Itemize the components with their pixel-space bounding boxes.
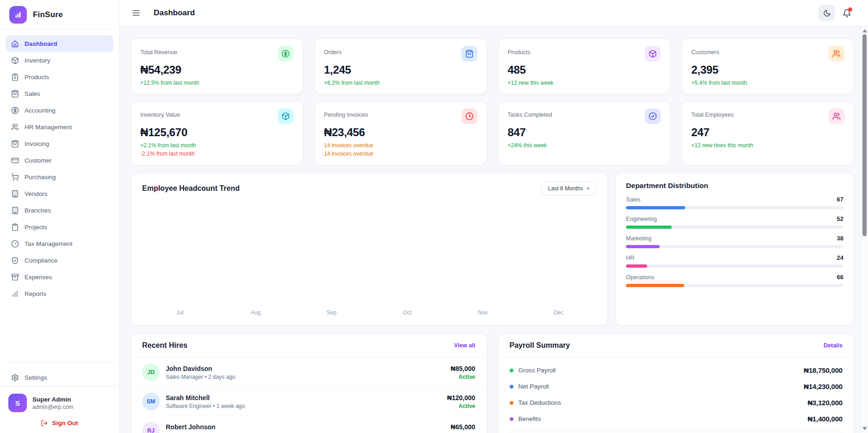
- sidebar-item-reports[interactable]: Reports: [6, 285, 113, 302]
- package-icon: [645, 46, 661, 62]
- department-name: Engineering: [626, 216, 657, 222]
- sidebar-item-label: Reports: [25, 290, 46, 297]
- department-bar-track: [626, 264, 843, 268]
- chevron-down-icon: ▼: [586, 187, 590, 191]
- department-name: Operations: [626, 274, 654, 281]
- scrollbar-down-arrow[interactable]: [862, 427, 867, 430]
- payroll-row-net-payroll: Net Payroll₦14,230,000: [499, 378, 854, 395]
- scrollbar-thumb[interactable]: [862, 34, 867, 236]
- department-row-operations: Operations66: [626, 274, 843, 287]
- hire-status-badge: Active: [447, 403, 475, 409]
- stat-subtext: +12 new hires this month: [691, 142, 844, 149]
- sidebar: FinSure DashboardInventoryProductsSalesA…: [0, 0, 119, 433]
- month-tick: Nov: [445, 309, 521, 316]
- page-title: Dashboard: [154, 8, 195, 18]
- chart-title: Employee Headcount Trend: [142, 184, 240, 193]
- dark-mode-toggle[interactable]: [818, 5, 835, 21]
- sidebar-item-customer[interactable]: Customer: [6, 152, 113, 169]
- clipboard-list-icon: [11, 73, 19, 81]
- stat-card-tasks-completed: Tasks Completed847+24% this week: [498, 101, 671, 165]
- stat-label: Tasks Completed: [508, 108, 552, 118]
- credit-card-icon: [11, 157, 19, 164]
- menu-icon[interactable]: [131, 8, 141, 18]
- bottom-row: Recent Hires View all JDJohn DavidsonSal…: [131, 333, 854, 433]
- shield-check-icon: [11, 257, 19, 264]
- sidebar-item-inventory[interactable]: Inventory: [6, 52, 113, 69]
- sidebar-item-vendors[interactable]: Vendors: [6, 185, 113, 202]
- stat-label: Customers: [691, 46, 719, 56]
- department-list: Sales67Engineering52Marketing38HR24Opera…: [626, 196, 843, 287]
- legend-dot-icon: [510, 401, 513, 405]
- department-count: 66: [837, 274, 843, 281]
- hire-row-sarah-mitchell[interactable]: SMSarah MitchellSoftware Engineer • 1 we…: [131, 387, 487, 416]
- sidebar-item-label: Branches: [25, 207, 51, 214]
- department-row-engineering: Engineering52: [626, 215, 843, 229]
- sidebar-item-settings[interactable]: Settings: [6, 369, 113, 386]
- gauge-icon: [11, 240, 19, 248]
- department-bar-track: [626, 206, 843, 209]
- sign-out-label: Sign Out: [52, 420, 78, 427]
- sidebar-item-hr-management[interactable]: HR Management: [6, 119, 113, 135]
- notification-dot: [848, 7, 852, 12]
- sidebar-item-branches[interactable]: Branches: [6, 202, 113, 219]
- hire-name: Robert Johnson: [166, 423, 252, 431]
- recent-hires-list: JDJohn DavidsonSales Manager • 2 days ag…: [131, 358, 487, 433]
- hire-row-john-davidson[interactable]: JDJohn DavidsonSales Manager • 2 days ag…: [131, 358, 487, 387]
- scrollbar-up-arrow[interactable]: [862, 29, 867, 32]
- payroll-value: ₦3,120,000: [807, 399, 843, 407]
- hire-salary: ₦120,000: [447, 394, 475, 402]
- chart-range-select[interactable]: Last 6 Months ▼: [542, 182, 596, 195]
- details-link[interactable]: Details: [824, 342, 843, 349]
- sidebar-item-compliance[interactable]: Compliance: [6, 252, 113, 269]
- stat-label: Total Employees: [691, 108, 734, 118]
- sign-out-button[interactable]: Sign Out: [8, 420, 111, 427]
- payroll-row-benefits: Benefits₦1,400,000: [499, 411, 854, 427]
- department-bar-fill: [626, 226, 672, 229]
- sidebar-item-label: Sales: [25, 90, 40, 97]
- sidebar-item-expenses[interactable]: Expenses: [6, 269, 113, 285]
- recent-hires-title: Recent Hires: [142, 341, 187, 350]
- department-distribution-card: Department Distribution Sales67Engineeri…: [615, 173, 854, 326]
- stat-subtext: +24% this week: [508, 142, 661, 149]
- sidebar-item-products[interactable]: Products: [6, 69, 113, 85]
- top-header: Dashboard: [119, 0, 868, 26]
- headcount-trend-card: Employee Headcount Trend Last 6 Months ▼…: [131, 173, 608, 326]
- payroll-row-tax-deductions: Tax Deductions₦3,120,000: [499, 395, 854, 411]
- sidebar-item-label: Customer: [25, 157, 52, 164]
- hire-salary: ₦65,000: [451, 423, 475, 431]
- building-icon: [11, 207, 19, 214]
- dollar-circle-icon: [278, 46, 293, 62]
- stats-grid: Total Revenue₦54,239+12.5% from last mon…: [131, 38, 854, 165]
- stat-card-orders: Orders1,245+8.2% from last month: [314, 38, 487, 94]
- sidebar-item-dashboard[interactable]: Dashboard: [6, 35, 113, 52]
- department-count: 52: [837, 215, 843, 222]
- sidebar-item-label: Invoicing: [25, 140, 49, 147]
- chart-range-label: Last 6 Months: [548, 185, 583, 192]
- sidebar-item-purchasing[interactable]: Purchasing: [6, 169, 113, 185]
- stat-subtext: +12.5% from last month: [140, 80, 293, 86]
- department-bar-track: [626, 245, 843, 248]
- view-all-link[interactable]: View all: [454, 342, 475, 349]
- payroll-value: ₦14,230,000: [804, 383, 843, 390]
- payroll-value: ₦18,750,000: [804, 366, 843, 374]
- stat-subtext: +2.1% from last month: [140, 142, 293, 149]
- user-row[interactable]: S Super Admin admin@erp.com: [8, 394, 111, 412]
- sidebar-item-accounting[interactable]: Accounting: [6, 102, 113, 119]
- payroll-value: ₦1,400,000: [807, 415, 843, 423]
- stat-card-inventory-value: Inventory Value₦125,670+2.1% from last m…: [131, 101, 303, 165]
- sidebar-settings-group: Settings: [0, 356, 119, 386]
- stat-value: ₦54,239: [140, 63, 293, 76]
- sidebar-item-tax-management[interactable]: Tax Management: [6, 235, 113, 252]
- notifications-button[interactable]: [843, 9, 851, 18]
- gear-icon: [11, 374, 19, 382]
- stat-card-customers: Customers2,395+5.4% from last month: [681, 38, 854, 94]
- hire-row-robert-johnson[interactable]: RJRobert JohnsonMarketing Specialist • 2…: [131, 416, 487, 433]
- avatar: RJ: [142, 422, 160, 433]
- stat-label: Orders: [324, 46, 342, 56]
- stat-subtext: -2.1% from last month: [140, 151, 293, 157]
- hire-name: John Davidson: [166, 365, 235, 372]
- sidebar-item-invoicing[interactable]: Invoicing: [6, 135, 113, 152]
- sidebar-item-sales[interactable]: Sales: [6, 85, 113, 102]
- sidebar-item-projects[interactable]: Projects: [6, 219, 113, 235]
- stat-label: Pending Invoices: [324, 108, 368, 118]
